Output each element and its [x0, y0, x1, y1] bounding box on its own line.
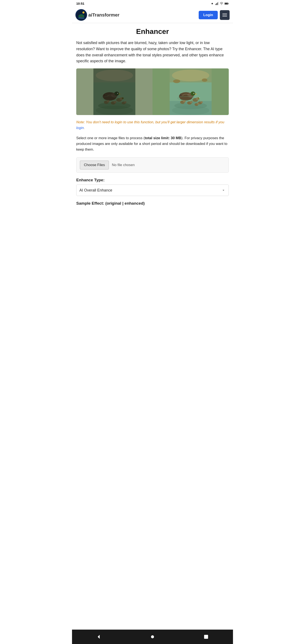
svg-rect-4	[218, 2, 218, 5]
svg-point-41	[173, 80, 180, 83]
status-icons	[210, 2, 229, 5]
svg-point-0	[212, 3, 213, 4]
file-input-container: Choose Files No file chosen	[76, 158, 229, 173]
svg-point-51	[199, 98, 200, 98]
svg-point-47	[194, 93, 194, 94]
wifi-icon	[220, 2, 223, 5]
svg-rect-7	[225, 3, 228, 4]
signal-icon	[215, 2, 218, 5]
svg-rect-34	[94, 68, 135, 115]
demo-image-enhanced	[152, 68, 229, 115]
svg-rect-3	[217, 2, 218, 5]
svg-point-42	[202, 78, 207, 82]
logo-text: aiTransformer	[88, 12, 120, 18]
header-buttons: Login	[199, 10, 230, 20]
svg-point-57	[200, 101, 203, 103]
logo-icon	[76, 10, 86, 20]
status-bar: 10:51	[72, 0, 233, 7]
demo-image-container	[76, 68, 229, 115]
logo-circle	[76, 9, 87, 21]
svg-rect-8	[228, 3, 228, 4]
bottom-spacer	[76, 206, 229, 220]
page-title: Enhancer	[76, 27, 229, 36]
logo-container: aiTransformer	[76, 9, 120, 21]
main-description-text: Select one or more image files to proces…	[76, 135, 229, 152]
enhance-type-label: Enhance Type:	[76, 178, 229, 182]
menu-line-3	[222, 16, 227, 16]
no-file-text: No file chosen	[112, 163, 135, 167]
enhance-type-select[interactable]: AI Overall EnhanceSharpenDenoiseLow Ligh…	[76, 184, 229, 196]
file-input-row: Choose Files No file chosen	[80, 160, 225, 170]
svg-point-45	[190, 92, 195, 96]
menu-line-2	[222, 15, 227, 15]
choose-files-button[interactable]: Choose Files	[80, 160, 109, 170]
main-content: Enhancer Not satisfied with pictures tha…	[72, 23, 233, 227]
login-button[interactable]: Login	[199, 11, 218, 19]
battery-icon	[224, 2, 229, 5]
enhance-type-section: Enhance Type: AI Overall EnhanceSharpenD…	[76, 178, 229, 206]
notification-icon	[210, 2, 214, 5]
duck-scene-enhanced-svg	[152, 68, 229, 115]
status-time: 10:51	[76, 2, 84, 5]
menu-line-1	[222, 14, 227, 14]
login-link[interactable]: login	[76, 126, 84, 130]
svg-point-12	[82, 12, 84, 14]
svg-rect-2	[216, 3, 217, 5]
note-text: Note: You don't need to login to use thi…	[76, 119, 229, 131]
duck-scene-original-svg	[76, 68, 152, 115]
svg-rect-1	[216, 4, 216, 5]
page-description: Not satisfied with pictures that are blu…	[76, 40, 229, 64]
sample-effect-label: Sample Effect: (original | enhanced)	[76, 201, 229, 206]
menu-button[interactable]	[220, 10, 230, 20]
demo-image-original	[76, 68, 152, 115]
svg-point-5	[221, 4, 222, 5]
header: aiTransformer Login	[72, 7, 233, 23]
